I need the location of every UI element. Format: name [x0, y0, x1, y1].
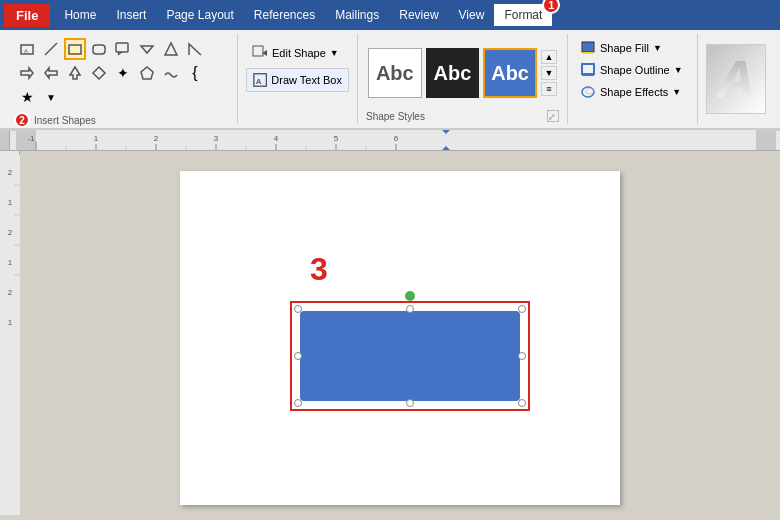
handle-top-left[interactable] — [294, 305, 302, 313]
shape-outline-button[interactable]: Shape Outline ▼ — [576, 60, 689, 80]
svg-rect-26 — [756, 130, 776, 150]
svg-marker-6 — [141, 46, 153, 53]
triangle-tool[interactable] — [160, 38, 182, 60]
svg-rect-3 — [69, 45, 81, 54]
svg-marker-12 — [141, 67, 153, 79]
edit-shape-button[interactable]: Edit Shape ▼ — [246, 42, 349, 64]
left-ruler: 2 1 2 1 2 1 — [0, 151, 20, 515]
handle-bottom-left[interactable] — [294, 399, 302, 407]
handle-top-right[interactable] — [518, 305, 526, 313]
svg-text:5: 5 — [334, 134, 339, 143]
doc-page-area: 3 — [20, 151, 780, 515]
main-content: -1 1 2 3 4 5 6 — [0, 131, 780, 515]
wave-tool[interactable] — [160, 62, 182, 84]
shape-style-blue[interactable]: Abc — [483, 48, 537, 98]
svg-rect-13 — [253, 46, 263, 56]
svg-text:2: 2 — [7, 168, 12, 177]
svg-rect-21 — [582, 64, 594, 74]
handle-middle-left[interactable] — [294, 352, 302, 360]
menu-mailings[interactable]: Mailings — [325, 4, 389, 26]
outline-icon — [580, 62, 596, 78]
svg-text:A: A — [256, 77, 262, 86]
menu-review[interactable]: Review — [389, 4, 448, 26]
wordart-preview[interactable]: A A — [706, 44, 766, 114]
menu-format[interactable]: Format 1 — [494, 4, 552, 26]
doc-page: 3 — [180, 171, 620, 505]
rounded-rect-tool[interactable] — [88, 38, 110, 60]
dropdown-shapes[interactable]: ▼ — [40, 86, 62, 108]
line-tool[interactable] — [40, 38, 62, 60]
file-menu[interactable]: File — [4, 4, 50, 27]
effects-icon — [580, 84, 596, 100]
text-box-tool[interactable]: A — [16, 38, 38, 60]
arrow-down-tool[interactable] — [136, 38, 158, 60]
top-ruler: -1 1 2 3 4 5 6 — [10, 131, 780, 151]
svg-text:4: 4 — [274, 134, 279, 143]
styles-nav: ▲ ▼ ≡ — [541, 50, 557, 96]
rotate-handle[interactable] — [405, 291, 415, 301]
svg-text:A: A — [24, 48, 28, 54]
svg-marker-7 — [165, 43, 177, 55]
insert-shapes-label: 2 Insert Shapes — [14, 110, 229, 128]
svg-text:1: 1 — [7, 198, 12, 207]
content-row: 2 1 2 1 2 1 3 — [0, 151, 780, 515]
handle-top-middle[interactable] — [406, 305, 414, 313]
handle-bottom-middle[interactable] — [406, 399, 414, 407]
shape-selection-border — [290, 301, 530, 411]
menu-home[interactable]: Home — [54, 4, 106, 26]
svg-rect-5 — [116, 43, 128, 52]
number-badge-1: 1 — [542, 0, 560, 14]
styles-expand-icon: ⤢ — [547, 110, 559, 122]
styles-scroll-down[interactable]: ▼ — [541, 66, 557, 80]
menu-page-layout[interactable]: Page Layout — [156, 4, 243, 26]
shape-effects-button[interactable]: Shape Effects ▼ — [576, 82, 689, 102]
shape-fill-button[interactable]: Shape Fill ▼ — [576, 38, 689, 58]
diamond-tool[interactable] — [88, 62, 110, 84]
draw-text-box-button[interactable]: A Draw Text Box — [246, 68, 349, 92]
handle-middle-right[interactable] — [518, 352, 526, 360]
right-angle-tool[interactable] — [184, 38, 206, 60]
svg-marker-9 — [45, 68, 57, 78]
svg-rect-4 — [93, 45, 105, 54]
menu-view[interactable]: View — [449, 4, 495, 26]
number-badge-2: 2 — [14, 112, 30, 128]
ribbon: File Home Insert Page Layout References … — [0, 0, 780, 131]
handle-bottom-right[interactable] — [518, 399, 526, 407]
shape-styles-section: Abc Abc Abc ▲ ▼ ≡ Shape Styles ⤢ — [358, 34, 568, 124]
fill-icon — [580, 40, 596, 56]
pentagon-tool[interactable] — [136, 62, 158, 84]
ruler-corner — [0, 131, 10, 151]
menu-references[interactable]: References — [244, 4, 325, 26]
svg-rect-20 — [582, 52, 594, 54]
arrow-left-tool[interactable] — [40, 62, 62, 84]
step-3-label: 3 — [310, 251, 328, 288]
star5-tool[interactable]: ★ — [16, 86, 38, 108]
menu-insert[interactable]: Insert — [106, 4, 156, 26]
brace-tool[interactable]: { — [184, 62, 206, 84]
toolbar-area: A — [0, 30, 780, 130]
svg-rect-50 — [0, 155, 20, 515]
svg-text:1: 1 — [7, 258, 12, 267]
shape-style-dark[interactable]: Abc — [426, 48, 480, 98]
rectangle-tool[interactable] — [64, 38, 86, 60]
selected-shape[interactable] — [300, 311, 520, 401]
svg-line-2 — [45, 43, 57, 55]
svg-marker-11 — [93, 67, 105, 79]
callout-tool[interactable] — [112, 38, 134, 60]
svg-text:1: 1 — [7, 318, 12, 327]
svg-point-24 — [586, 88, 594, 94]
svg-text:3: 3 — [214, 134, 219, 143]
arrow-right-tool[interactable] — [16, 62, 38, 84]
edit-section: Edit Shape ▼ A Draw Text Box — [238, 34, 358, 124]
styles-more[interactable]: ≡ — [541, 82, 557, 96]
svg-text:2: 2 — [7, 228, 12, 237]
wordart-section: A A — [698, 34, 774, 124]
star-tool[interactable]: ✦ — [112, 62, 134, 84]
arrow-up-tool[interactable] — [64, 62, 86, 84]
shape-options-section: Shape Fill ▼ Shape Outline ▼ Shape Effec… — [568, 34, 698, 124]
svg-marker-8 — [21, 68, 33, 78]
svg-text:2: 2 — [7, 288, 12, 297]
shape-style-plain[interactable]: Abc — [368, 48, 422, 98]
top-ruler-row: -1 1 2 3 4 5 6 — [0, 131, 780, 151]
styles-scroll-up[interactable]: ▲ — [541, 50, 557, 64]
